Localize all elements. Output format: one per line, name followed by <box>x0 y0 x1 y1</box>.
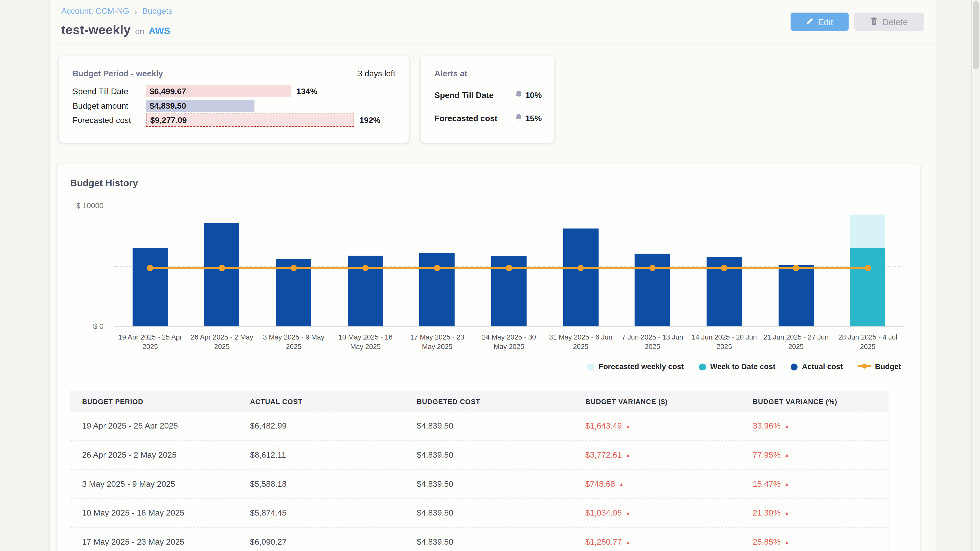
alert-row-value: 10% <box>525 90 542 100</box>
cell-variance-pct: 21.39%▲ <box>752 508 888 518</box>
budget-line-point <box>362 265 369 271</box>
budget-line-point <box>434 265 441 271</box>
budget-row-amount: $6,499.67 <box>146 86 186 96</box>
legend-marker-dot <box>699 363 706 370</box>
page-title-row: test-weekly on AWS <box>61 23 170 37</box>
bell-icon <box>515 89 522 100</box>
right-scrollbar-thumb[interactable] <box>973 1 979 69</box>
cell-value: 19 Apr 2025 - 25 Apr 2025 <box>82 421 178 430</box>
variance-up-icon: ▲ <box>784 482 789 487</box>
cell-value: $4,839.50 <box>417 508 453 518</box>
budget-row-bar-budget: $4,839.50 <box>146 100 255 112</box>
cell-value: 10 May 2025 - 16 May 2025 <box>82 508 185 518</box>
cell-budget-period: 10 May 2025 - 16 May 2025 <box>70 508 250 518</box>
variance-up-icon: ▲ <box>619 482 624 487</box>
budget-row-amount: $4,839.50 <box>146 101 186 110</box>
table-header-cell: BUDGET VARIANCE ($) <box>585 397 753 405</box>
cell-actual-cost: $5,588.18 <box>250 479 417 489</box>
pencil-icon <box>806 17 814 27</box>
budget-line-point <box>578 265 584 271</box>
budget-line-svg <box>115 206 904 327</box>
right-scrollbar-track[interactable] <box>971 0 980 551</box>
x-axis-label: 19 Apr 2025 - 25 Apr 2025 <box>115 333 186 351</box>
cell-value: 33.96% <box>752 421 780 430</box>
legend-label: Actual cost <box>802 362 843 371</box>
platform-label: AWS <box>149 25 170 36</box>
cell-value: $5,588.18 <box>250 479 286 489</box>
table-header-cell: BUDGET PERIOD <box>70 397 250 405</box>
breadcrumb-budgets-link[interactable]: Budgets <box>142 6 172 16</box>
x-axis-labels: 19 Apr 2025 - 25 Apr 202526 Apr 2025 - 2… <box>115 333 904 351</box>
alert-row-threshold: 10% <box>515 89 542 100</box>
days-left-label: 3 days left <box>358 69 395 78</box>
budget-row-percent: 134% <box>291 86 318 96</box>
cell-budgeted-cost: $4,839.50 <box>417 450 585 459</box>
x-axis-label: 3 May 2025 - 9 May 2025 <box>258 333 329 351</box>
budget-row-label: Forecasted cost <box>73 116 146 125</box>
legend-item-budget[interactable]: Budget <box>858 362 901 371</box>
cell-value: 26 Apr 2025 - 2 May 2025 <box>82 450 177 459</box>
variance-up-icon: ▲ <box>626 453 631 458</box>
alert-row-value: 15% <box>525 113 542 123</box>
variance-up-icon: ▲ <box>784 424 789 429</box>
variance-up-icon: ▲ <box>626 424 631 429</box>
cell-value: 77.95% <box>752 450 780 459</box>
budget-row: Budget amount$4,839.50 <box>73 100 399 112</box>
legend-label: Budget <box>875 362 901 371</box>
cell-value: $6,482.99 <box>250 421 286 430</box>
breadcrumb-account-link[interactable]: Account: CCM-NG <box>61 6 129 16</box>
cell-value: $1,250.77 <box>585 537 622 547</box>
budget-row-bar-forecast: $9,277.09 <box>146 114 355 127</box>
cell-budgeted-cost: $4,839.50 <box>417 537 585 547</box>
x-axis-label: 26 Apr 2025 - 2 May 2025 <box>186 333 258 351</box>
chart-plot-area <box>115 206 904 327</box>
x-axis-label: 7 Jun 2025 - 13 Jun 2025 <box>617 333 688 351</box>
table-row: 19 Apr 2025 - 25 Apr 2025$6,482.99$4,839… <box>70 411 888 441</box>
table-row: 10 May 2025 - 16 May 2025$5,874.45$4,839… <box>70 499 888 528</box>
budget-line-point <box>721 265 727 271</box>
cell-budget-period: 19 Apr 2025 - 25 Apr 2025 <box>70 421 250 430</box>
cell-value: $6,090.27 <box>250 537 286 547</box>
table-row: 17 May 2025 - 23 May 2025$6,090.27$4,839… <box>70 527 888 551</box>
x-axis-label: 17 May 2025 - 23 May 2025 <box>401 333 473 351</box>
cell-variance-pct: 77.95%▲ <box>752 450 888 459</box>
cell-value: $8,612.11 <box>250 450 286 459</box>
cell-value: 17 May 2025 - 23 May 2025 <box>82 537 185 547</box>
y-axis-label-min: $ 0 <box>64 322 103 331</box>
alert-row: Spend Till Date10% <box>434 89 542 100</box>
budget-history-title: Budget History <box>70 177 138 188</box>
cell-value: $1,643.49 <box>585 421 622 430</box>
legend-marker-dot <box>587 363 594 370</box>
budget-period-card-title: Budget Period - weekly <box>73 69 163 78</box>
variance-up-icon: ▲ <box>784 511 789 516</box>
table-header-cell: BUDGET VARIANCE (%) <box>752 397 888 405</box>
x-axis-label: 24 May 2025 - 30 May 2025 <box>473 333 545 351</box>
budget-history-card: Budget History $ 10000 $ 0 19 Apr 2025 -… <box>57 164 920 551</box>
table-row: 3 May 2025 - 9 May 2025$5,588.18$4,839.5… <box>70 470 888 499</box>
budget-line-point <box>649 265 655 271</box>
table-row: 26 Apr 2025 - 2 May 2025$8,612.11$4,839.… <box>70 441 888 470</box>
budget-row: Forecasted cost$9,277.09192% <box>73 114 399 126</box>
budget-row-bar-spend: $6,499.67 <box>146 85 291 97</box>
legend-item-forecasted-weekly-cost[interactable]: Forecasted weekly cost <box>587 362 684 371</box>
legend-item-week-to-date-cost[interactable]: Week to Date cost <box>699 362 776 371</box>
budget-row-amount: $9,277.09 <box>146 116 187 125</box>
legend-item-actual-cost[interactable]: Actual cost <box>791 362 843 371</box>
budget-row-label: Budget amount <box>73 101 146 110</box>
cell-budget-period: 26 Apr 2025 - 2 May 2025 <box>70 450 250 459</box>
cell-value: 3 May 2025 - 9 May 2025 <box>82 479 175 489</box>
budget-row-percent: 192% <box>355 116 380 125</box>
legend-marker-dot <box>791 363 797 370</box>
alerts-card-title: Alerts at <box>434 69 467 78</box>
cell-value: 25.85% <box>752 537 780 547</box>
cell-budgeted-cost: $4,839.50 <box>417 508 585 518</box>
budget-row-label: Spend Till Date <box>73 86 146 96</box>
edit-button[interactable]: Edit <box>791 13 849 31</box>
x-axis-label: 21 Jun 2025 - 27 Jun 2025 <box>760 333 832 351</box>
title-connector: on <box>135 27 145 36</box>
delete-button[interactable]: Delete <box>854 13 924 31</box>
alert-row-label: Forecasted cost <box>434 113 497 123</box>
table-header: BUDGET PERIODACTUAL COSTBUDGETED COSTBUD… <box>70 391 888 411</box>
edit-button-label: Edit <box>818 17 833 27</box>
cell-budgeted-cost: $4,839.50 <box>417 421 585 430</box>
